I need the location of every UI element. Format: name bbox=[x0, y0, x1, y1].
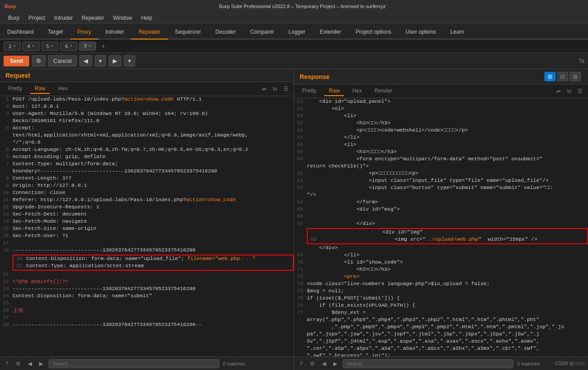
code-line: 66 bbox=[294, 213, 588, 220]
view-split-button[interactable]: ⊞ bbox=[544, 72, 556, 81]
nav-tab-proxy[interactable]: Proxy bbox=[70, 25, 98, 40]
settings-bottom-icon[interactable]: ⚙ bbox=[14, 360, 22, 368]
nav-tab-intruder[interactable]: Intruder bbox=[98, 25, 131, 40]
code-line: "/> bbox=[294, 192, 588, 199]
menu-intruder[interactable]: Intruder bbox=[50, 14, 77, 22]
close-tab-1-icon[interactable]: × bbox=[13, 44, 16, 48]
send-button[interactable]: Send bbox=[4, 56, 29, 66]
sub-tab-4[interactable]: 4 × bbox=[22, 42, 40, 51]
code-line: 74$msg = null; bbox=[294, 288, 588, 295]
code-line: boundary=---------------------------1302… bbox=[0, 168, 294, 175]
code-line: 28-----------------------------130203784… bbox=[0, 322, 294, 329]
request-tab-pretty[interactable]: Pretty bbox=[4, 84, 27, 94]
code-line: 25 bbox=[0, 300, 294, 307]
menu-project[interactable]: Project bbox=[24, 14, 49, 22]
request-tab-hex[interactable]: Hex bbox=[53, 84, 72, 94]
response-panel: Response ⊞ ⊟ ⊠ Pretty Raw Hex Render ⇌ \… bbox=[294, 69, 588, 370]
settings-button[interactable]: ⚙ bbox=[32, 55, 45, 66]
code-line: 59 <h3>□□□□</h3> bbox=[294, 149, 588, 156]
code-line: 65 <div id="msg"> bbox=[294, 206, 588, 213]
nav-tab-logger[interactable]: Logger bbox=[281, 25, 312, 40]
code-line: </div> bbox=[294, 245, 588, 252]
menu-repeater[interactable]: Repeater bbox=[77, 14, 108, 22]
response-help-icon[interactable]: ? bbox=[298, 360, 305, 368]
sub-tab-6[interactable]: 6 × bbox=[60, 42, 77, 51]
response-settings-icon[interactable]: ⚙ bbox=[308, 360, 317, 368]
response-menu-icon[interactable]: ☰ bbox=[576, 87, 584, 95]
request-prettify-icon[interactable]: \n bbox=[271, 85, 279, 93]
code-line: 7Content-Type: multipart/form-data; bbox=[0, 161, 294, 168]
nav-tab-dashboard[interactable]: Dashboard bbox=[0, 25, 41, 40]
response-tab-render[interactable]: Render bbox=[370, 86, 397, 96]
response-tab-pretty[interactable]: Pretty bbox=[298, 86, 321, 96]
nav-tab-decoder[interactable]: Decoder bbox=[208, 25, 243, 40]
close-tab-6-icon[interactable]: × bbox=[70, 44, 72, 48]
nav-tab-sequencer[interactable]: Sequencer bbox=[168, 25, 208, 40]
nav-tab-comparer[interactable]: Comparer bbox=[243, 25, 281, 40]
nav-tab-extender[interactable]: Extender bbox=[313, 25, 349, 40]
code-line: 26上传 bbox=[0, 307, 294, 314]
request-red-box: 19Content-Disposition: form-data; name="… bbox=[13, 255, 294, 271]
cancel-button[interactable]: Cancel bbox=[48, 55, 77, 66]
nav-forward-button[interactable]: ▶ bbox=[109, 55, 121, 66]
nav-back-button[interactable]: ◀ bbox=[80, 55, 92, 66]
response-tab-raw[interactable]: Raw bbox=[324, 86, 344, 96]
nav-forward-dropdown-button[interactable]: ▾ bbox=[124, 55, 135, 66]
code-line: 9Origin: http://127.0.0.1 bbox=[0, 182, 294, 189]
response-prev-match-icon[interactable]: ◀ bbox=[320, 360, 328, 368]
code-line: 19Content-Disposition: form-data; name="… bbox=[13, 255, 293, 263]
request-menu-icon[interactable]: ☰ bbox=[282, 85, 290, 93]
code-line: 20Content-Type: application/octet-stream bbox=[13, 263, 293, 270]
response-next-match-icon[interactable]: ▶ bbox=[332, 360, 339, 368]
prev-match-icon[interactable]: ◀ bbox=[26, 360, 34, 368]
close-tab-7-icon[interactable]: × bbox=[88, 44, 91, 48]
nav-tab-learn[interactable]: Learn bbox=[443, 25, 471, 40]
code-line: 22<?php phpinfo();?> bbox=[0, 278, 294, 286]
menu-burp[interactable]: Burp bbox=[4, 14, 24, 22]
request-panel-header: Request bbox=[0, 69, 294, 82]
request-search-input[interactable] bbox=[49, 359, 219, 368]
sub-tab-7[interactable]: 7 × bbox=[79, 42, 96, 51]
nav-dropdown-button[interactable]: ▾ bbox=[95, 55, 106, 66]
code-line: 58 <li> bbox=[294, 141, 588, 149]
add-tab-button[interactable]: + bbox=[98, 41, 109, 51]
code-line: 2Host: 127.0.0.1 bbox=[0, 103, 294, 110]
menu-window[interactable]: Window bbox=[108, 14, 137, 22]
nav-tab-repeater[interactable]: Repeater bbox=[131, 25, 168, 40]
menu-bar: Burp Project Intruder Repeater Window He… bbox=[0, 13, 588, 23]
menu-help[interactable]: Help bbox=[137, 14, 157, 22]
request-code-area[interactable]: 1POST /upload-labs/Pass-10/index.php?act… bbox=[0, 96, 294, 357]
response-search-input[interactable] bbox=[343, 359, 513, 368]
code-line: 53 <ol> bbox=[294, 106, 588, 113]
nav-tab-target[interactable]: Target bbox=[41, 25, 70, 40]
response-tab-icons: ⇌ \n ☰ bbox=[554, 87, 584, 95]
code-line: 72 <pre> bbox=[294, 273, 588, 281]
response-tab-hex[interactable]: Hex bbox=[348, 86, 366, 96]
nav-tab-project-options[interactable]: Project options bbox=[349, 25, 398, 40]
close-tab-4-icon[interactable]: × bbox=[32, 44, 35, 48]
close-tab-5-icon[interactable]: × bbox=[51, 44, 53, 48]
response-code-area[interactable]: 52 <div id="upload_panel"> 53 <ol> 54 <l… bbox=[294, 98, 588, 357]
response-prettify-icon[interactable]: \n bbox=[565, 87, 573, 95]
code-line: */*;q=0.8 bbox=[0, 139, 294, 146]
response-header-text: Response bbox=[300, 73, 330, 80]
request-wordwrap-icon[interactable]: ⇌ bbox=[260, 85, 268, 93]
code-line: 62 <input class="input_file" type="file"… bbox=[294, 177, 588, 185]
tab-right-label: Ta bbox=[579, 58, 584, 64]
response-panel-header: Response ⊞ ⊟ ⊠ bbox=[294, 69, 588, 84]
nav-tab-user-options[interactable]: User options bbox=[398, 25, 443, 40]
response-wordwrap-icon[interactable]: ⇌ bbox=[554, 87, 562, 95]
help-icon[interactable]: ? bbox=[4, 360, 10, 368]
sub-tab-1[interactable]: 1 × bbox=[4, 42, 21, 51]
next-match-icon[interactable]: ▶ bbox=[37, 360, 45, 368]
code-line: 4Accept: bbox=[0, 125, 294, 132]
code-line: pa",".jspx",".jsw",".jsv",".jspf",".jtml… bbox=[294, 331, 588, 338]
request-tab-raw[interactable]: Raw bbox=[30, 84, 50, 94]
view-vertical-button[interactable]: ⊠ bbox=[570, 72, 581, 81]
sub-tab-5[interactable]: 5 × bbox=[41, 42, 58, 51]
code-line: ".cer",".aSp",".aSpx",".aSa",".aSax",".a… bbox=[294, 345, 588, 352]
code-line: ,".pHp",".pHp5",".pHp4",".pHp3",".pHp2",… bbox=[294, 324, 588, 331]
code-line: 23-----------------------------130203784… bbox=[0, 286, 294, 293]
view-horizontal-button[interactable]: ⊟ bbox=[557, 72, 568, 81]
code-line: 14Sec-Fetch-Mode: navigate bbox=[0, 218, 294, 225]
